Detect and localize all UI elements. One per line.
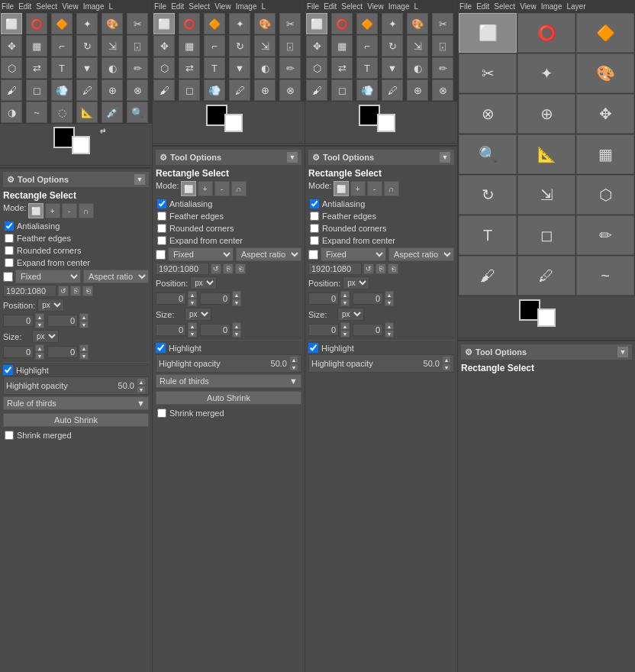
- text-icon[interactable]: T: [51, 57, 73, 79]
- smudge-icon[interactable]: ~: [26, 102, 47, 123]
- heal-icon[interactable]: ⊗: [127, 79, 148, 101]
- expand-check-2[interactable]: [157, 236, 166, 245]
- expand-check-3[interactable]: [310, 236, 319, 245]
- menu-select-1[interactable]: Select: [36, 2, 57, 11]
- ellipse-select-icon[interactable]: ⭕: [26, 13, 47, 34]
- airbrush-icon-3[interactable]: 💨: [356, 79, 378, 101]
- sy-down-3[interactable]: ▼: [385, 330, 394, 338]
- tool-options-header-4[interactable]: ⚙ Tool Options ▼: [461, 344, 632, 360]
- fuzzy-select-icon[interactable]: ✦: [76, 13, 98, 34]
- brush-icon-3[interactable]: 🖌: [306, 79, 327, 101]
- perspective-icon-3[interactable]: ⬡: [306, 57, 327, 79]
- pencil-icon[interactable]: ✏: [127, 57, 148, 79]
- ellipse-select-icon-2[interactable]: ⭕: [179, 13, 200, 34]
- rotate-large[interactable]: ↻: [459, 175, 517, 215]
- paintbrush-icon[interactable]: 🖌: [1, 79, 22, 101]
- flip-icon-3[interactable]: ⇄: [331, 57, 353, 79]
- blend-icon-3[interactable]: ◐: [407, 57, 428, 79]
- sx-down-3[interactable]: ▼: [340, 330, 350, 338]
- zoom-icon[interactable]: 🔍: [127, 102, 148, 123]
- size-x-up-1[interactable]: ▲: [35, 344, 44, 352]
- scissors-select-icon[interactable]: ✂: [127, 13, 148, 34]
- collapse-btn-2[interactable]: ▼: [287, 152, 298, 163]
- heal-large[interactable]: ⊗: [459, 94, 517, 134]
- move-icon-2[interactable]: ✥: [153, 35, 175, 57]
- collapse-btn-3[interactable]: ▼: [440, 152, 450, 163]
- menu-image-1[interactable]: Image: [83, 2, 105, 11]
- resolution-copy-2[interactable]: ⎘: [223, 263, 234, 274]
- menu-image-4[interactable]: Image: [541, 2, 562, 11]
- px-down-3[interactable]: ▼: [340, 299, 350, 306]
- rounded-check-1[interactable]: [5, 246, 14, 255]
- shear-icon-2[interactable]: ⌺: [279, 35, 301, 57]
- resolution-paste-1[interactable]: ⎗: [82, 286, 93, 296]
- heal-icon-2[interactable]: ⊗: [279, 79, 301, 101]
- airbrush-icon-2[interactable]: 💨: [204, 79, 225, 101]
- opacity-up-1[interactable]: ▲: [137, 378, 146, 386]
- perspective-icon-2[interactable]: ⬡: [153, 57, 175, 79]
- bucket-icon-2[interactable]: ▼: [229, 57, 250, 79]
- color-picker-icon[interactable]: 💉: [102, 102, 123, 123]
- free-select-icon[interactable]: 🔶: [51, 13, 73, 34]
- opa-up-2[interactable]: ▲: [289, 356, 298, 363]
- lasso-sel-large[interactable]: 🔶: [576, 13, 634, 53]
- pos-unit-1[interactable]: px: [37, 299, 64, 312]
- clone-large[interactable]: ⊕: [517, 94, 575, 134]
- convolve-icon[interactable]: ◌: [51, 102, 73, 123]
- ink-large[interactable]: 🖊: [517, 256, 575, 296]
- resolution-reset-3[interactable]: ↺: [363, 263, 374, 274]
- tool-options-header-2[interactable]: ⚙ Tool Options ▼: [156, 150, 301, 165]
- mode-replace-3[interactable]: ⬜: [334, 181, 349, 196]
- crop-icon-3[interactable]: ⌐: [356, 35, 378, 57]
- sx-up-2[interactable]: ▲: [188, 322, 197, 330]
- menu-select-3[interactable]: Select: [341, 2, 363, 11]
- scissors-large[interactable]: ✂: [459, 53, 517, 93]
- menu-file-4[interactable]: File: [459, 2, 472, 11]
- px-down-2[interactable]: ▼: [188, 299, 197, 306]
- menu-view-3[interactable]: View: [367, 2, 384, 11]
- opa-down-2[interactable]: ▼: [289, 363, 298, 371]
- eraser-icon[interactable]: ◻: [26, 79, 47, 101]
- align-large[interactable]: ▦: [576, 134, 634, 174]
- scale-icon-3[interactable]: ⇲: [407, 35, 428, 57]
- size-unit-3[interactable]: px: [337, 308, 364, 321]
- tool-options-header-3[interactable]: ⚙ Tool Options ▼: [308, 150, 454, 165]
- size-y-down-1[interactable]: ▼: [79, 352, 89, 360]
- pos-x-down-1[interactable]: ▼: [35, 321, 44, 328]
- scale-icon[interactable]: ⇲: [102, 35, 123, 57]
- background-color-2[interactable]: [224, 114, 243, 132]
- brush-large[interactable]: 🖌: [459, 256, 517, 296]
- menu-image-2[interactable]: Image: [236, 2, 257, 11]
- pos-unit-3[interactable]: px: [343, 276, 369, 289]
- pos-x-2[interactable]: [156, 292, 186, 305]
- mode-intersect-1[interactable]: ∩: [79, 203, 94, 218]
- shrink-merged-check-1[interactable]: [5, 431, 14, 440]
- menu-file-2[interactable]: File: [154, 2, 166, 11]
- menu-l-3[interactable]: L: [414, 2, 418, 11]
- mode-intersect-3[interactable]: ∩: [384, 181, 399, 196]
- resolution-copy-3[interactable]: ⎘: [376, 263, 386, 274]
- fixed-dropdown-2[interactable]: Fixed: [168, 247, 234, 261]
- opa-down-3[interactable]: ▼: [442, 363, 451, 371]
- py-up-2[interactable]: ▲: [232, 291, 241, 299]
- pencil-large[interactable]: ✏: [576, 215, 634, 255]
- ink-icon[interactable]: 🖊: [76, 79, 98, 101]
- resolution-copy-1[interactable]: ⎘: [70, 286, 81, 296]
- menu-layer-4[interactable]: Layer: [566, 2, 585, 11]
- scissors-icon-2[interactable]: ✂: [279, 13, 301, 34]
- sy-down-2[interactable]: ▼: [232, 330, 241, 338]
- size-y-up-1[interactable]: ▲: [79, 344, 89, 352]
- fixed-dropdown-3[interactable]: Fixed: [321, 247, 386, 261]
- background-color-3[interactable]: [377, 114, 395, 132]
- expand-check-1[interactable]: [5, 258, 14, 267]
- background-color[interactable]: [72, 136, 90, 154]
- py-down-3[interactable]: ▼: [385, 299, 394, 306]
- sx-down-2[interactable]: ▼: [188, 330, 197, 338]
- free-select-icon-2[interactable]: 🔶: [204, 13, 225, 34]
- fixed-check-2[interactable]: [156, 250, 166, 260]
- menu-edit-2[interactable]: Edit: [171, 2, 184, 11]
- fixed-check-1[interactable]: [3, 272, 13, 282]
- resolution-paste-3[interactable]: ⎗: [388, 263, 398, 274]
- free-select-icon-3[interactable]: 🔶: [356, 13, 378, 34]
- resolution-reset-1[interactable]: ↺: [58, 286, 69, 296]
